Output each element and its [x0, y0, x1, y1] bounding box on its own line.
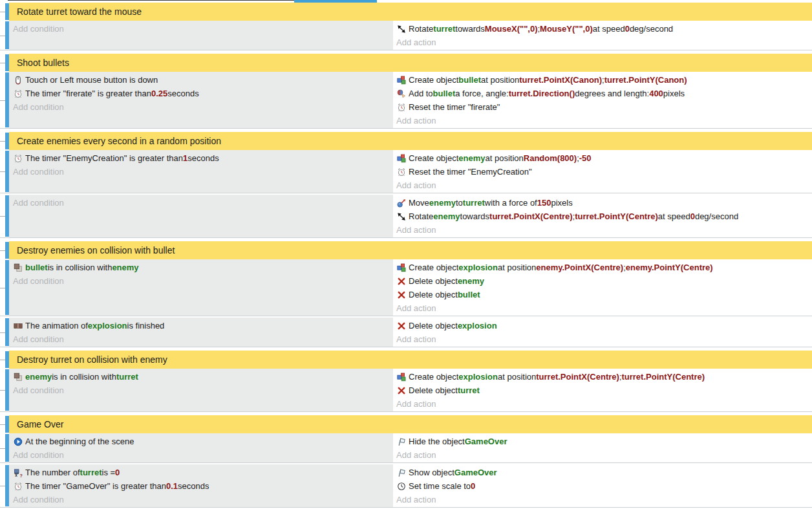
- action-item[interactable]: Delete object bullet: [396, 288, 812, 301]
- instruction-text-segment: explosion: [458, 263, 498, 272]
- conditions-cell: Add condition: [9, 195, 393, 237]
- instruction-text-segment: MouseY("",0): [540, 24, 593, 34]
- add-condition-link[interactable]: Add condition: [13, 165, 393, 179]
- add-condition-link[interactable]: Add condition: [13, 332, 393, 346]
- action-item[interactable]: Rotate turret towards MouseX("",0);Mouse…: [396, 22, 812, 36]
- action-item[interactable]: Delete object explosion: [396, 319, 812, 332]
- action-item[interactable]: Delete object enemy: [396, 274, 812, 288]
- comment-title: Destroy enemies on collision with bullet: [17, 245, 175, 255]
- instruction-text-segment: turret.PointX(Centre): [489, 211, 573, 221]
- add-action-link[interactable]: Add action: [396, 448, 812, 462]
- instruction-text-segment: The timer "EnemyCreation" is greater tha…: [25, 153, 183, 163]
- action-item[interactable]: Move enemy to turret with a force of 150…: [396, 196, 812, 210]
- event-row: enemy is in collision with turretAdd con…: [0, 369, 812, 411]
- add-action-link[interactable]: Add action: [396, 301, 812, 315]
- delete-icon: [396, 290, 407, 299]
- comment-row[interactable]: Create enemies every second in a random …: [0, 132, 812, 150]
- add-condition-link[interactable]: Add condition: [13, 493, 393, 506]
- add-action-link[interactable]: Add action: [396, 397, 812, 411]
- instruction-text-segment: Random(800): [524, 153, 577, 163]
- condition-item[interactable]: enemy is in collision with turret: [13, 370, 393, 384]
- add-condition-link[interactable]: Add condition: [13, 274, 393, 288]
- action-item[interactable]: Add to bullet a force, angle: turret.Dir…: [396, 87, 812, 100]
- instruction-text-segment: 0: [115, 468, 120, 477]
- comment-row[interactable]: Destroy enemies on collision with bullet: [0, 241, 812, 259]
- add-action-link[interactable]: Add action: [396, 332, 812, 346]
- play-icon: [13, 437, 23, 446]
- instruction-text-segment: Show object: [409, 468, 454, 477]
- instruction-text-segment: degrees and length:: [575, 89, 649, 98]
- ruler-tick: [0, 21, 5, 50]
- condition-item[interactable]: Touch or Left mouse button is down: [13, 73, 393, 87]
- add-action-link[interactable]: Add action: [396, 114, 812, 127]
- add-condition-link[interactable]: Add condition: [13, 196, 393, 210]
- ruler-tick: [0, 72, 5, 128]
- instruction-text-segment: bullet: [458, 290, 480, 299]
- comment-title: Destroy turret on collision with enemy: [17, 354, 167, 365]
- conditions-cell: At the beginning of the sceneAdd conditi…: [9, 433, 393, 462]
- delete-icon: [396, 276, 407, 286]
- add-action-link[interactable]: Add action: [396, 36, 812, 49]
- add-condition-link[interactable]: Add condition: [13, 448, 393, 462]
- action-item[interactable]: Hide the object GameOver: [396, 435, 812, 448]
- instruction-text-segment: at position: [498, 372, 536, 382]
- action-item[interactable]: Reset the timer "EnemyCreation": [396, 165, 812, 179]
- instruction-text-segment: 0: [690, 211, 695, 221]
- comment-row[interactable]: Shoot bullets: [0, 54, 812, 72]
- action-item[interactable]: Create object explosion at position turr…: [396, 370, 812, 384]
- instruction-text-segment: GameOver: [454, 468, 497, 477]
- instruction-text-segment: is =: [102, 468, 116, 477]
- condition-item[interactable]: The timer "firerate" is greater than 0.2…: [13, 87, 393, 100]
- instruction-text-segment: Create object: [409, 75, 458, 85]
- event-row: The timer "EnemyCreation" is greater tha…: [0, 150, 812, 193]
- instruction-text-segment: Add to: [409, 89, 433, 98]
- instruction-text-segment: turret.PointY(Centre): [621, 372, 705, 382]
- top-scroll-strip: [0, 0, 812, 3]
- instruction-text-segment: turret: [433, 24, 455, 34]
- add-action-link[interactable]: Add action: [396, 223, 812, 237]
- instruction-text-segment: is in collision with: [52, 372, 116, 382]
- delete-icon: [396, 385, 407, 395]
- collision-icon: [13, 372, 23, 382]
- timer-icon: [13, 481, 23, 491]
- instruction-text-segment: turret.PointX(Canon): [519, 75, 602, 85]
- move-icon: [396, 198, 407, 208]
- comment-row[interactable]: Rotate turret toward the mouse: [0, 3, 812, 21]
- condition-item[interactable]: bullet is in collision with enemy: [13, 261, 393, 274]
- action-item[interactable]: Create object explosion at position enem…: [396, 261, 812, 274]
- timer-icon: [396, 167, 407, 177]
- ruler-tick: [0, 369, 5, 411]
- instruction-text-segment: explosion: [458, 372, 498, 382]
- add-action-link[interactable]: Add action: [396, 493, 812, 506]
- instruction-text-segment: seconds: [178, 481, 209, 491]
- condition-item[interactable]: The timer "GameOver" is greater than 0.1…: [13, 479, 393, 493]
- add-action-link[interactable]: Add action: [396, 179, 812, 192]
- action-item[interactable]: Delete object turret: [396, 384, 812, 397]
- action-item[interactable]: Create object enemy at position Random(8…: [396, 151, 812, 165]
- action-item[interactable]: Reset the timer "firerate": [396, 100, 812, 114]
- instruction-text-segment: deg/second: [630, 24, 673, 34]
- instruction-text-segment: GameOver: [465, 437, 508, 446]
- condition-item[interactable]: At the beginning of the scene: [13, 435, 393, 448]
- comment-row[interactable]: Destroy turret on collision with enemy: [0, 351, 812, 369]
- instruction-text-segment: seconds: [187, 153, 219, 163]
- instruction-text-segment: is finished: [127, 321, 165, 330]
- action-item[interactable]: Show object GameOver: [396, 466, 812, 479]
- action-item[interactable]: Rotate enemy towards turret.PointX(Centr…: [396, 210, 812, 223]
- timer-icon: [13, 153, 23, 163]
- add-condition-link[interactable]: Add condition: [13, 100, 393, 114]
- top-scrollbar-thumb[interactable]: [294, 0, 377, 3]
- add-condition-link[interactable]: Add condition: [13, 384, 393, 397]
- condition-item[interactable]: The timer "EnemyCreation" is greater tha…: [13, 151, 393, 165]
- instruction-text-segment: 150: [537, 198, 551, 208]
- condition-item[interactable]: x?The number of turret is = 0: [13, 466, 393, 479]
- action-item[interactable]: Set time scale to 0: [396, 479, 812, 493]
- instruction-text-segment: turret: [463, 198, 485, 208]
- instruction-text-segment: Delete object: [409, 385, 458, 395]
- add-condition-link[interactable]: Add condition: [13, 22, 393, 36]
- comment-row[interactable]: Game Over: [0, 415, 812, 433]
- actions-cell: Show object GameOverSet time scale to 0A…: [393, 464, 812, 507]
- condition-item[interactable]: The animation of explosion is finished: [13, 319, 393, 332]
- action-item[interactable]: Create object bullet at position turret.…: [396, 73, 812, 87]
- rotate-icon: [396, 211, 407, 221]
